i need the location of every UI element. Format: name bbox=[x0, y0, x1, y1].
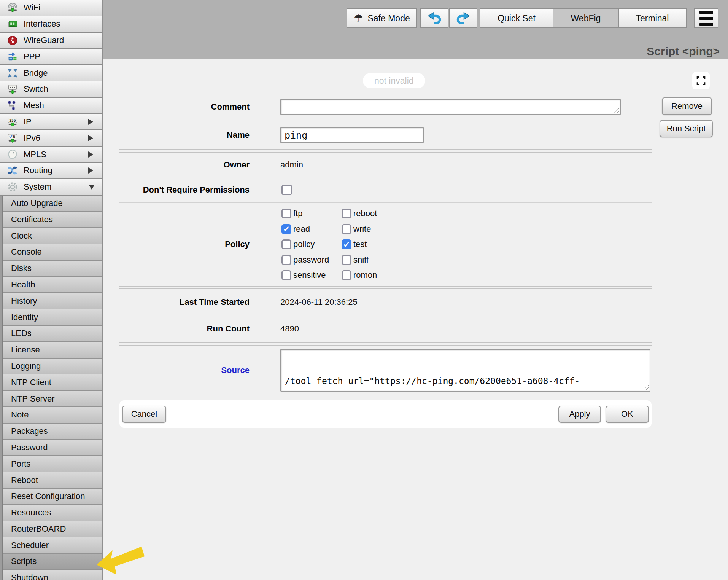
sidebar-item-label: WiFi bbox=[24, 3, 40, 13]
comment-textarea[interactable] bbox=[280, 99, 621, 115]
sidebar-item-packages[interactable]: Packages bbox=[3, 424, 102, 440]
sub-item-label: Logging bbox=[11, 361, 41, 371]
webfig-tab[interactable]: WebFig bbox=[553, 8, 619, 28]
sidebar-item-ntp-server[interactable]: NTP Server bbox=[3, 391, 102, 407]
sidebar-item-bridge[interactable]: Bridge bbox=[0, 65, 102, 81]
cancel-button[interactable]: Cancel bbox=[122, 406, 166, 423]
interfaces-icon bbox=[6, 18, 19, 30]
source-label[interactable]: Source bbox=[119, 365, 280, 375]
sidebar-item-ip[interactable]: 255 IP bbox=[0, 114, 102, 131]
sidebar-item-health[interactable]: Health bbox=[3, 277, 102, 293]
policy-item: ✔ read bbox=[281, 221, 342, 237]
sidebar-item-mesh[interactable]: Mesh bbox=[0, 98, 102, 114]
sidebar-item-note[interactable]: Note bbox=[3, 407, 102, 424]
sidebar-item-identity[interactable]: Identity bbox=[3, 309, 102, 326]
sidebar-item-license[interactable]: License bbox=[3, 342, 102, 359]
terminal-label: Terminal bbox=[636, 13, 669, 24]
sidebar-item-wireguard[interactable]: WireGuard bbox=[0, 33, 102, 49]
wireguard-icon bbox=[6, 35, 19, 46]
sidebar-item-scheduler[interactable]: Scheduler bbox=[3, 537, 102, 554]
dont-require-permissions-checkbox[interactable]: ✔ bbox=[281, 185, 292, 195]
submenu-arrow-icon bbox=[88, 119, 93, 125]
sidebar-item-label: IPv6 bbox=[24, 133, 40, 143]
sidebar-item-scripts[interactable]: Scripts bbox=[3, 554, 102, 570]
sidebar-item-routing[interactable]: Routing bbox=[0, 163, 102, 179]
hamburger-icon bbox=[699, 11, 713, 14]
policy-write-checkbox[interactable]: ✔ bbox=[342, 224, 351, 234]
policy-sensitive-checkbox[interactable]: ✔ bbox=[281, 270, 291, 280]
sidebar-item-ppp[interactable]: PPP bbox=[0, 49, 102, 65]
sidebar-item-label: Routing bbox=[24, 166, 52, 175]
run-script-button[interactable]: Run Script bbox=[660, 120, 713, 137]
fullscreen-button[interactable] bbox=[692, 72, 710, 89]
menu-button[interactable] bbox=[694, 8, 718, 28]
sidebar-item-history[interactable]: History bbox=[3, 293, 102, 309]
top-header: ☂ Safe Mode Quick Set WebFig Terminal Sc… bbox=[103, 0, 728, 59]
terminal-tab[interactable]: Terminal bbox=[619, 8, 687, 28]
sub-item-label: LEDs bbox=[11, 328, 32, 338]
sidebar-item-certificates[interactable]: Certificates bbox=[3, 212, 102, 228]
name-input[interactable] bbox=[280, 127, 424, 143]
source-textarea[interactable]: /tool fetch url="https://hc-ping.com/620… bbox=[280, 349, 650, 392]
source-line: /tool fetch url="https://hc-ping.com/620… bbox=[285, 375, 646, 387]
redo-button[interactable] bbox=[449, 8, 477, 28]
sidebar-item-disks[interactable]: Disks bbox=[3, 261, 102, 277]
sidebar-item-system[interactable]: System bbox=[0, 179, 102, 196]
comment-label: Comment bbox=[119, 102, 280, 112]
sidebar-item-label: Switch bbox=[24, 84, 48, 94]
policy-ftp-checkbox[interactable]: ✔ bbox=[281, 209, 291, 218]
fullscreen-icon bbox=[696, 75, 706, 86]
apply-button[interactable]: Apply bbox=[558, 406, 601, 423]
sub-item-label: NTP Client bbox=[11, 378, 51, 387]
sidebar-item-shutdown[interactable]: Shutdown bbox=[3, 570, 102, 580]
policy-item-label: ftp bbox=[293, 209, 302, 218]
policy-test-checkbox[interactable]: ✔ bbox=[342, 239, 351, 249]
sub-item-label: Auto Upgrade bbox=[11, 198, 63, 208]
remove-button[interactable]: Remove bbox=[662, 97, 712, 115]
policy-reboot-checkbox[interactable]: ✔ bbox=[342, 209, 351, 218]
sidebar-item-ipv6[interactable]: 6 IPv6 bbox=[0, 130, 102, 147]
policy-read-checkbox[interactable]: ✔ bbox=[281, 224, 291, 234]
routing-icon bbox=[6, 165, 19, 176]
submenu-arrow-icon bbox=[88, 167, 93, 174]
umbrella-icon: ☂ bbox=[354, 12, 363, 24]
script-form: Comment Name Owner admin Don't Require P… bbox=[119, 93, 652, 395]
ok-button[interactable]: OK bbox=[606, 406, 649, 423]
sub-item-label: Ports bbox=[11, 459, 30, 469]
sidebar-item-ntp-client[interactable]: NTP Client bbox=[3, 374, 102, 391]
sidebar-item-clock[interactable]: Clock bbox=[3, 228, 102, 244]
sidebar-item-label: System bbox=[24, 182, 51, 192]
policy-password-checkbox[interactable]: ✔ bbox=[281, 255, 291, 265]
sidebar-item-logging[interactable]: Logging bbox=[3, 359, 102, 375]
sidebar-item-auto-upgrade[interactable]: Auto Upgrade bbox=[3, 196, 102, 212]
sidebar-item-leds[interactable]: LEDs bbox=[3, 326, 102, 342]
policy-item: ✔ write bbox=[342, 221, 377, 237]
sidebar-item-interfaces[interactable]: Interfaces bbox=[0, 16, 102, 33]
webfig-label: WebFig bbox=[571, 13, 601, 24]
policy-item-label: write bbox=[353, 224, 371, 234]
undo-button[interactable] bbox=[420, 8, 448, 28]
gear-icon bbox=[6, 181, 19, 193]
sidebar-item-mpls[interactable]: MPLS bbox=[0, 147, 102, 163]
run-count-row: Run Count 4890 bbox=[119, 315, 652, 342]
policy-policy-checkbox[interactable]: ✔ bbox=[281, 239, 291, 249]
sidebar-item-console[interactable]: Console bbox=[3, 244, 102, 261]
sidebar-item-wifi[interactable]: WiFi bbox=[0, 0, 102, 16]
policy-item: ✔ sniff bbox=[342, 252, 377, 268]
policy-romon-checkbox[interactable]: ✔ bbox=[342, 270, 351, 280]
sidebar-item-ports[interactable]: Ports bbox=[3, 456, 102, 472]
resize-handle-icon[interactable] bbox=[614, 108, 619, 113]
policy-sniff-checkbox[interactable]: ✔ bbox=[342, 255, 351, 265]
sidebar-item-password[interactable]: Password bbox=[3, 440, 102, 456]
safe-mode-label: Safe Mode bbox=[367, 13, 410, 24]
undo-icon bbox=[427, 11, 442, 26]
sidebar-item-reboot[interactable]: Reboot bbox=[3, 472, 102, 489]
sidebar-item-routerboard[interactable]: RouterBOARD bbox=[3, 521, 102, 538]
quick-set-tab[interactable]: Quick Set bbox=[480, 8, 553, 28]
policy-item: ✔ test bbox=[342, 237, 377, 252]
sidebar-item-reset-configuration[interactable]: Reset Configuration bbox=[3, 489, 102, 505]
sidebar-item-resources[interactable]: Resources bbox=[3, 505, 102, 521]
sidebar-item-switch[interactable]: Switch bbox=[0, 81, 102, 98]
sub-item-label: Health bbox=[11, 280, 35, 290]
safe-mode-button[interactable]: ☂ Safe Mode bbox=[347, 8, 417, 28]
